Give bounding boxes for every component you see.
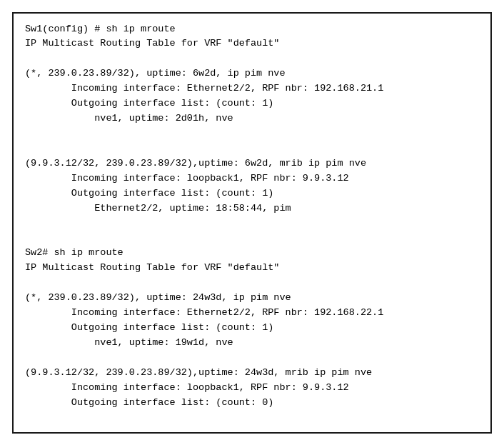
- terminal-line: Ethernet2/2, uptime: 18:58:44, pim: [25, 201, 479, 216]
- terminal-line: Sw1(config) # sh ip mroute: [25, 22, 479, 37]
- blank-line: [25, 141, 479, 156]
- terminal-output: Sw1(config) # sh ip mrouteIP Multicast R…: [12, 12, 492, 434]
- terminal-line: (*, 239.0.23.89/32), uptime: 24w3d, ip p…: [25, 291, 479, 306]
- terminal-line: Incoming interface: loopback1, RPF nbr: …: [25, 171, 479, 186]
- terminal-line: Outgoing interface list: (count: 1): [25, 186, 479, 201]
- blank-line: [25, 231, 479, 246]
- terminal-line: Sw2# sh ip mroute: [25, 246, 479, 261]
- blank-line: [25, 351, 479, 366]
- terminal-line: Outgoing interface list: (count: 1): [25, 321, 479, 336]
- terminal-line: Incoming interface: Ethernet2/2, RPF nbr…: [25, 81, 479, 96]
- terminal-line: nve1, uptime: 19w1d, nve: [25, 336, 479, 351]
- blank-line: [25, 51, 479, 66]
- terminal-line: (*, 239.0.23.89/32), uptime: 6w2d, ip pi…: [25, 66, 479, 81]
- terminal-line: (9.9.3.12/32, 239.0.23.89/32),uptime: 6w…: [25, 156, 479, 171]
- terminal-line: Incoming interface: loopback1, RPF nbr: …: [25, 381, 479, 396]
- terminal-line: IP Multicast Routing Table for VRF "defa…: [25, 36, 479, 51]
- terminal-line: Incoming interface: Ethernet2/2, RPF nbr…: [25, 306, 479, 321]
- blank-line: [25, 276, 479, 291]
- terminal-line: nve1, uptime: 2d01h, nve: [25, 111, 479, 126]
- terminal-line: IP Multicast Routing Table for VRF "defa…: [25, 261, 479, 276]
- blank-line: [25, 126, 479, 141]
- terminal-line: Outgoing interface list: (count: 1): [25, 96, 479, 111]
- terminal-line: (9.9.3.12/32, 239.0.23.89/32),uptime: 24…: [25, 366, 479, 381]
- terminal-line: Outgoing interface list: (count: 0): [25, 396, 479, 411]
- blank-line: [25, 216, 479, 231]
